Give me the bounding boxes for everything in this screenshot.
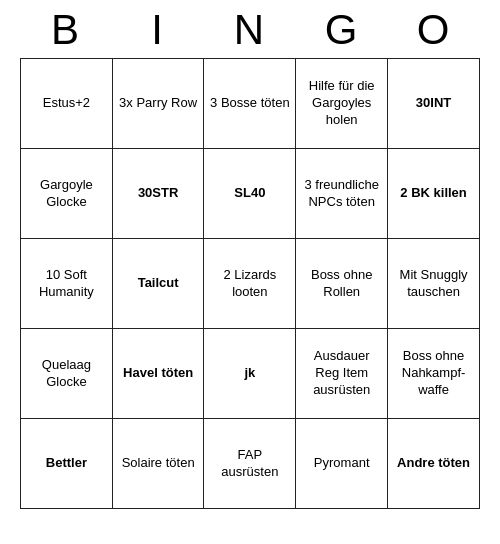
cell-3-2: jk [204, 329, 296, 419]
cell-2-4: Mit Snuggly tauschen [388, 239, 480, 329]
cell-1-3: 3 freundliche NPCs töten [296, 149, 388, 239]
title-i: I [112, 6, 204, 54]
cell-0-3: Hilfe für die Gargoyles holen [296, 59, 388, 149]
cell-4-2: FAP ausrüsten [204, 419, 296, 509]
cell-3-3: Ausdauer Reg Item ausrüsten [296, 329, 388, 419]
title-g: G [296, 6, 388, 54]
cell-1-4: 2 BK killen [388, 149, 480, 239]
cell-3-1: Havel töten [112, 329, 204, 419]
bingo-grid: Estus+23x Parry Row3 Bosse tötenHilfe fü… [20, 58, 480, 509]
cell-4-3: Pyromant [296, 419, 388, 509]
cell-0-2: 3 Bosse töten [204, 59, 296, 149]
cell-4-1: Solaire töten [112, 419, 204, 509]
cell-0-4: 30INT [388, 59, 480, 149]
cell-3-0: Quelaag Glocke [21, 329, 113, 419]
title-b: B [20, 6, 112, 54]
cell-1-0: Gargoyle Glocke [21, 149, 113, 239]
cell-4-0: Bettler [21, 419, 113, 509]
cell-2-1: Tailcut [112, 239, 204, 329]
title-o: O [388, 6, 480, 54]
title-n: N [204, 6, 296, 54]
cell-1-1: 30STR [112, 149, 204, 239]
cell-4-4: Andre töten [388, 419, 480, 509]
cell-1-2: SL40 [204, 149, 296, 239]
bingo-title: B I N G O [20, 0, 480, 58]
cell-3-4: Boss ohne Nahkampf-waffe [388, 329, 480, 419]
cell-2-3: Boss ohne Rollen [296, 239, 388, 329]
cell-0-0: Estus+2 [21, 59, 113, 149]
cell-2-2: 2 Lizards looten [204, 239, 296, 329]
cell-2-0: 10 Soft Humanity [21, 239, 113, 329]
cell-0-1: 3x Parry Row [112, 59, 204, 149]
